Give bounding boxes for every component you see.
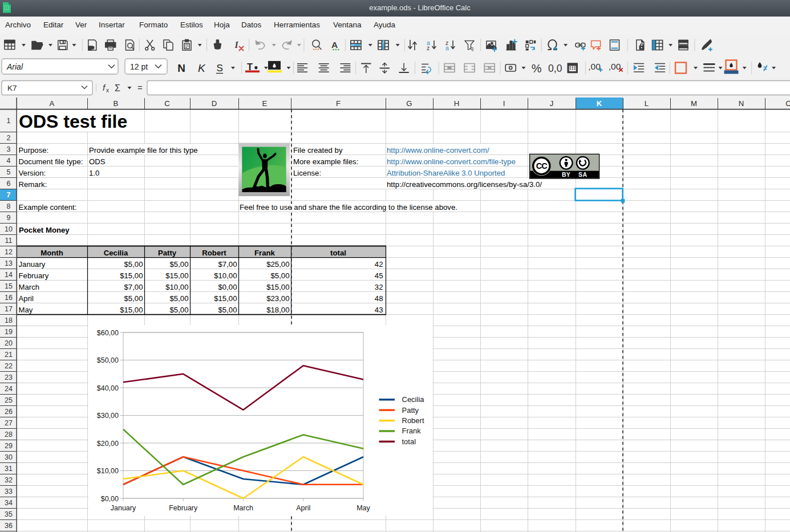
svg-text:April: April bbox=[19, 294, 34, 303]
svg-text:Patty: Patty bbox=[158, 249, 177, 257]
svg-text:January: January bbox=[111, 504, 136, 512]
svg-text:K: K bbox=[198, 62, 206, 74]
svg-text:18: 18 bbox=[5, 316, 13, 324]
svg-text:$5,00: $5,00 bbox=[169, 260, 188, 269]
svg-text:32: 32 bbox=[375, 283, 383, 291]
svg-text:Frank: Frank bbox=[254, 249, 276, 257]
svg-text:28: 28 bbox=[5, 431, 13, 438]
svg-text:Frank: Frank bbox=[402, 427, 422, 435]
svg-text:$5,00: $5,00 bbox=[270, 271, 289, 280]
svg-text:February: February bbox=[19, 271, 49, 280]
svg-text:C: C bbox=[164, 99, 170, 108]
svg-text:File created by: File created by bbox=[293, 146, 343, 155]
svg-text:24: 24 bbox=[5, 385, 13, 393]
svg-text:May: May bbox=[356, 504, 370, 512]
svg-text:33: 33 bbox=[5, 488, 13, 496]
svg-text:3: 3 bbox=[7, 145, 11, 153]
svg-text:ODS: ODS bbox=[89, 157, 106, 166]
svg-text:48: 48 bbox=[375, 294, 383, 303]
svg-text:F: F bbox=[336, 99, 341, 108]
svg-text:12 pt: 12 pt bbox=[130, 62, 148, 71]
svg-text:$15,00: $15,00 bbox=[266, 283, 289, 291]
svg-text:15: 15 bbox=[5, 282, 13, 290]
svg-text:B: B bbox=[114, 99, 119, 108]
svg-text:SA: SA bbox=[578, 171, 587, 178]
svg-text:14: 14 bbox=[5, 271, 13, 279]
svg-text:total: total bbox=[330, 249, 346, 257]
svg-text:35: 35 bbox=[5, 510, 13, 518]
svg-text:%: % bbox=[532, 62, 542, 75]
svg-text:Version:: Version: bbox=[19, 169, 46, 177]
svg-text:January: January bbox=[19, 260, 46, 269]
svg-text:Cecilia: Cecilia bbox=[104, 249, 128, 257]
svg-text:CC: CC bbox=[536, 161, 548, 170]
svg-text:32: 32 bbox=[5, 476, 13, 484]
svg-text:BY: BY bbox=[562, 171, 570, 178]
svg-text:Document file type:: Document file type: bbox=[19, 157, 83, 166]
svg-text:K7: K7 bbox=[7, 84, 17, 92]
svg-text:Month: Month bbox=[40, 249, 63, 257]
svg-text:$18,00: $18,00 bbox=[266, 306, 289, 314]
svg-text:25: 25 bbox=[5, 396, 13, 404]
svg-text:$10,00: $10,00 bbox=[214, 271, 237, 280]
svg-text:May: May bbox=[19, 306, 33, 314]
svg-text:L: L bbox=[645, 99, 649, 108]
svg-text:Pocket Money: Pocket Money bbox=[19, 226, 70, 234]
svg-text:5: 5 bbox=[7, 168, 11, 176]
svg-text:12: 12 bbox=[5, 248, 13, 256]
svg-text:$25,00: $25,00 bbox=[266, 260, 289, 269]
svg-text:$5,00: $5,00 bbox=[124, 294, 143, 303]
svg-text:http://creativecommons.org/lic: http://creativecommons.org/licenses/by-s… bbox=[387, 180, 542, 189]
svg-text:31: 31 bbox=[5, 465, 13, 473]
svg-text:0,0: 0,0 bbox=[548, 63, 562, 74]
svg-text:Robert: Robert bbox=[402, 416, 424, 425]
svg-text:11: 11 bbox=[5, 237, 13, 245]
svg-text:D: D bbox=[212, 99, 217, 108]
svg-text:6: 6 bbox=[7, 180, 11, 188]
svg-text:$40,00: $40,00 bbox=[97, 384, 119, 392]
svg-text:Feel free to use and share the: Feel free to use and share the file acco… bbox=[240, 203, 457, 212]
svg-text:A: A bbox=[50, 99, 55, 108]
svg-text:17: 17 bbox=[5, 305, 13, 313]
svg-text:$15,00: $15,00 bbox=[120, 306, 143, 314]
svg-text:45: 45 bbox=[375, 271, 383, 280]
svg-text:8: 8 bbox=[7, 202, 11, 210]
svg-text:27: 27 bbox=[5, 419, 13, 427]
svg-text:April: April bbox=[296, 504, 310, 512]
svg-text:42: 42 bbox=[375, 260, 383, 269]
svg-text:G: G bbox=[406, 99, 412, 108]
svg-text:$5,00: $5,00 bbox=[124, 260, 143, 269]
svg-text:http://www.online-convert.com/: http://www.online-convert.com/file-type bbox=[387, 157, 516, 166]
svg-text:M: M bbox=[691, 99, 697, 108]
svg-text:$5,00: $5,00 bbox=[218, 306, 237, 314]
svg-text:A: A bbox=[331, 40, 338, 50]
svg-text:23: 23 bbox=[5, 373, 13, 381]
svg-text:$7,00: $7,00 bbox=[124, 283, 143, 291]
svg-text:I: I bbox=[503, 99, 505, 108]
svg-text:total: total bbox=[402, 437, 416, 446]
svg-text:22: 22 bbox=[5, 362, 13, 370]
svg-text:License:: License: bbox=[293, 169, 321, 177]
svg-text:Arial: Arial bbox=[6, 62, 23, 71]
svg-text:13: 13 bbox=[5, 259, 13, 267]
svg-text:7: 7 bbox=[7, 191, 11, 199]
svg-text:$30,00: $30,00 bbox=[97, 412, 119, 420]
svg-text:34: 34 bbox=[5, 499, 13, 507]
svg-text:O: O bbox=[785, 99, 790, 108]
svg-text:Purpose:: Purpose: bbox=[19, 146, 49, 155]
svg-text:$5,00: $5,00 bbox=[169, 306, 188, 314]
svg-text:$0,00: $0,00 bbox=[218, 283, 237, 291]
svg-text:4: 4 bbox=[7, 157, 11, 165]
svg-text:20: 20 bbox=[5, 339, 13, 347]
svg-text:Provide example file for this: Provide example file for this type bbox=[89, 146, 198, 155]
svg-text:N: N bbox=[739, 99, 744, 108]
svg-text:z: z bbox=[427, 44, 430, 51]
svg-text:Cecilia: Cecilia bbox=[402, 395, 425, 404]
svg-text:March: March bbox=[19, 283, 40, 291]
svg-text:http://www.online-convert.com/: http://www.online-convert.com/ bbox=[387, 146, 489, 155]
svg-text:$60,00: $60,00 bbox=[97, 329, 119, 337]
svg-text:16: 16 bbox=[5, 294, 13, 302]
svg-text:$10,00: $10,00 bbox=[97, 467, 119, 475]
svg-text:$20,00: $20,00 bbox=[97, 440, 119, 448]
svg-text:$0,00: $0,00 bbox=[101, 495, 119, 503]
